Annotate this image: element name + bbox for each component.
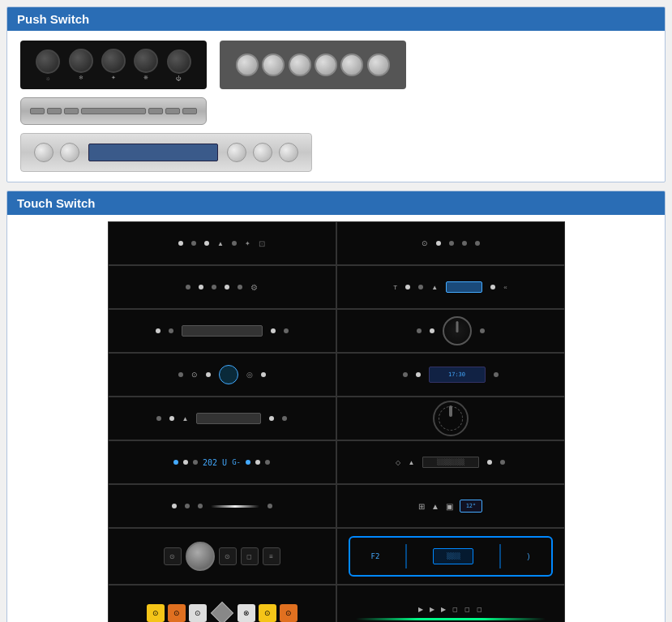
round-btn-5[interactable] (340, 54, 363, 76)
touch-panel-r6-r: ◇ ▲ ░░░░░░░░ (337, 441, 564, 483)
right-knob-group (227, 143, 298, 162)
silver-knob-5[interactable] (279, 143, 298, 162)
tp-green-glow (356, 618, 546, 620)
display-bar (88, 144, 218, 161)
push-row-3 (20, 133, 652, 172)
touch-panel-r6-l: 202 U G- (109, 441, 336, 483)
slim-buttons-group (30, 108, 197, 114)
tp-rect-display-2: ░░░░░░░░ (422, 457, 479, 468)
round-btn-1[interactable] (236, 54, 259, 76)
touch-grid: ▲ ✦ ⊡ ⊙ (108, 221, 565, 622)
tp-dot-4 (232, 241, 237, 246)
dark-buttons-panel (220, 41, 406, 89)
tp-blue-ring-container: F2 ░░░░ ) (349, 536, 553, 577)
tp-orange-box: ⊙ (168, 604, 186, 622)
knob-3[interactable] (101, 49, 126, 73)
push-row-1: ☼ ❄ ✦ ❋ ⏻ (20, 41, 652, 89)
knob-wrapper-4: ❋ (134, 49, 158, 81)
push-switch-body: ☼ ❄ ✦ ❋ ⏻ (7, 31, 665, 182)
tp-dot-1 (178, 241, 183, 246)
knob-wrapper-5: ⏻ (167, 49, 191, 81)
left-knob-group (34, 143, 79, 162)
round-btn-2[interactable] (262, 54, 285, 76)
knob-wrapper-1: ☼ (36, 49, 60, 81)
tp-yellow-box: ⊙ (147, 604, 165, 622)
tp-glow-line (211, 505, 259, 508)
round-btn-3[interactable] (289, 54, 311, 76)
touch-panel-r1-r: ⊙ (337, 222, 564, 264)
silver-wide-panel (20, 133, 312, 172)
touch-panel-r8-r: F2 ░░░░ ) (337, 529, 564, 584)
touch-switch-title: Touch Switch (17, 196, 95, 210)
black-knobs-panel: ☼ ❄ ✦ ❋ ⏻ (20, 41, 207, 89)
silver-knob-1[interactable] (34, 143, 54, 162)
touch-switch-header: Touch Switch (7, 191, 665, 215)
touch-panel-r2-l: ⚙ (109, 266, 336, 308)
tp-diamond-wrapper (210, 601, 234, 622)
tp-clock (443, 316, 472, 345)
tp-rect-1 (182, 325, 263, 337)
touch-panel-r5-l: ▲ (109, 397, 336, 440)
tp-big-dial (433, 401, 469, 436)
tp-rect-2 (196, 413, 261, 424)
touch-panel-r9-r: ▶ ▶ ▶ ◻ ◻ ◻ (337, 586, 564, 622)
knob-wrapper-3: ✦ (101, 49, 126, 81)
touch-panel-r9-l: ⊙ ⊙ ⊙ ⊗ ⊙ ⊙ (109, 586, 336, 622)
push-switch-section: Push Switch ☼ ❄ ✦ ❋ (6, 6, 666, 182)
touch-panel-r3-r (337, 310, 564, 352)
touch-panel-r4-l: ⊙ ◎ (109, 354, 336, 396)
tp-dot-3 (204, 241, 209, 246)
push-row-2 (20, 97, 652, 125)
touch-panel-r1-l: ▲ ✦ ⊡ (109, 222, 336, 264)
slim-btn-3[interactable] (64, 108, 79, 114)
touch-panel-r7-l (109, 485, 336, 527)
touch-panel-r5-r (337, 397, 564, 440)
touch-panel-r7-r: ⊞ ▲ ▣ 12° (337, 485, 564, 527)
touch-panel-r3-l (109, 310, 336, 352)
knob-4[interactable] (134, 49, 158, 73)
tp-diamond (210, 602, 233, 622)
tp-rect-blue-1 (446, 281, 482, 293)
silver-slim-panel (20, 97, 207, 125)
push-switch-header: Push Switch (7, 7, 665, 31)
silver-knob-4[interactable] (253, 143, 272, 162)
knob-2[interactable] (69, 49, 93, 73)
touch-switch-section: Touch Switch ▲ ✦ ⊡ ⊙ (6, 191, 666, 622)
round-btn-6[interactable] (367, 54, 390, 76)
touch-panel-r2-r: T ▲ « (337, 266, 564, 308)
touch-panel-r4-r: 17:30 (337, 354, 564, 396)
knob-wrapper-2: ❄ (69, 49, 93, 81)
knob-1[interactable] (36, 49, 60, 74)
push-switch-title: Push Switch (17, 12, 89, 26)
tp-white-box: ⊙ (189, 604, 207, 622)
round-btn-4[interactable] (315, 54, 337, 76)
tp-rect-display-1: 17:30 (429, 367, 486, 383)
slim-btn-6[interactable] (182, 108, 197, 114)
tp-big-circle (186, 542, 215, 571)
touch-switch-body: ▲ ✦ ⊡ ⊙ (7, 215, 665, 622)
tp-dot-2 (191, 241, 196, 246)
tp-circle-blue (219, 365, 238, 384)
slim-btn-1[interactable] (30, 108, 45, 114)
slim-btn-5[interactable] (165, 108, 180, 114)
tp-dot-r1 (436, 241, 441, 246)
slim-btn-long[interactable] (81, 108, 146, 114)
slim-btn-4[interactable] (148, 108, 163, 114)
silver-knob-3[interactable] (227, 143, 246, 162)
silver-knob-2[interactable] (60, 143, 79, 162)
slim-btn-2[interactable] (47, 108, 62, 114)
touch-panel-r8-l: ⊙ ⊙ ◻ ≡ (109, 529, 336, 584)
knob-5[interactable] (167, 49, 191, 74)
